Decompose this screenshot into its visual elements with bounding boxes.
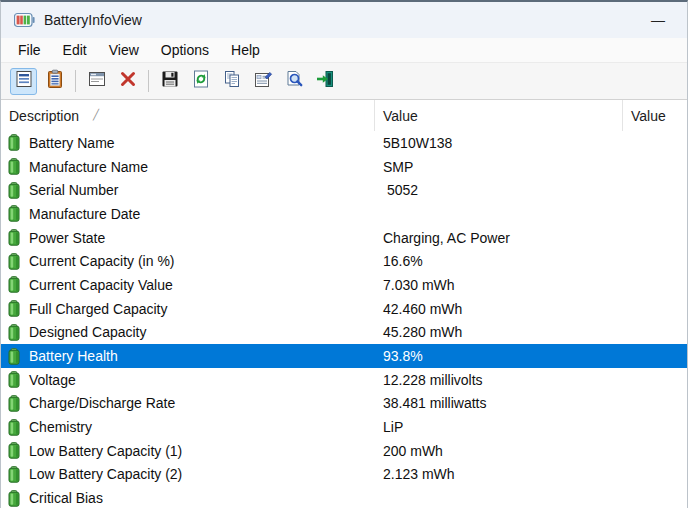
description-cell: Current Capacity (in %) — [1, 249, 375, 273]
table-row[interactable]: Battery Name 5B10W138 — [1, 131, 687, 155]
battery-row-icon — [8, 466, 20, 483]
menu-file[interactable]: File — [7, 40, 52, 61]
column-header-label: Description — [9, 108, 79, 124]
properties-window-icon — [87, 69, 107, 93]
value2-cell — [623, 155, 687, 179]
value-cell: 38.481 milliwatts — [375, 392, 623, 416]
value-cell: 5B10W138 — [375, 131, 623, 155]
battery-row-icon — [8, 253, 20, 270]
table-row[interactable]: Designed Capacity 45.280 mWh — [1, 321, 687, 345]
table-row[interactable]: Charge/Discharge Rate 38.481 milliwatts — [1, 392, 687, 416]
refresh-icon — [191, 69, 211, 93]
table-row[interactable]: Full Charged Capacity 42.460 mWh — [1, 297, 687, 321]
description-cell: Power State — [1, 226, 375, 250]
battery-row-icon — [8, 395, 20, 412]
refresh-button[interactable] — [187, 68, 214, 95]
save-button[interactable] — [156, 68, 183, 95]
exit-door-icon — [315, 69, 335, 93]
battery-row-icon — [8, 442, 20, 459]
column-header-description[interactable]: Description ╱ — [1, 100, 375, 131]
menu-bar: File Edit View Options Help — [1, 38, 687, 63]
description-cell: Chemistry — [1, 415, 375, 439]
row-description: Designed Capacity — [29, 324, 147, 340]
table-row[interactable]: Current Capacity (in %) 16.6% — [1, 249, 687, 273]
table-row[interactable]: Low Battery Capacity (2) 2.123 mWh — [1, 463, 687, 487]
row-value: 5B10W138 — [383, 135, 452, 151]
description-cell: Manufacture Date — [1, 202, 375, 226]
value-cell: 5052 — [375, 178, 623, 202]
menu-view[interactable]: View — [98, 40, 150, 61]
row-value: 5052 — [383, 182, 418, 198]
copy-button[interactable] — [218, 68, 245, 95]
battery-info-view-button[interactable] — [10, 68, 37, 95]
row-description: Manufacture Name — [29, 159, 148, 175]
table-row[interactable]: Battery Health 93.8% — [1, 344, 687, 368]
menu-help[interactable]: Help — [220, 40, 271, 61]
row-description: Low Battery Capacity (1) — [29, 443, 182, 459]
battery-row-icon — [8, 205, 20, 222]
row-description: Battery Name — [29, 135, 115, 151]
menu-options[interactable]: Options — [150, 40, 220, 61]
find-button[interactable] — [280, 68, 307, 95]
row-value: 12.228 millivolts — [383, 372, 483, 388]
delete-red-x-icon — [118, 69, 138, 93]
row-value: 45.280 mWh — [383, 324, 462, 340]
properties-button[interactable] — [249, 68, 276, 95]
value-cell: Charging, AC Power — [375, 226, 623, 250]
value-cell: 200 mWh — [375, 439, 623, 463]
value2-cell — [623, 344, 687, 368]
table-row[interactable]: Critical Bias — [1, 486, 687, 508]
value-cell: 7.030 mWh — [375, 273, 623, 297]
value-cell: 93.8% — [375, 344, 623, 368]
row-value: 2.123 mWh — [383, 466, 455, 482]
description-cell: Low Battery Capacity (2) — [1, 463, 375, 487]
value2-cell — [623, 439, 687, 463]
battery-row-icon — [8, 276, 20, 293]
value-cell: 45.280 mWh — [375, 321, 623, 345]
row-description: Chemistry — [29, 419, 92, 435]
battery-log-view-button[interactable] — [41, 68, 68, 95]
value2-cell — [623, 392, 687, 416]
value-cell: SMP — [375, 155, 623, 179]
value-cell: 42.460 mWh — [375, 297, 623, 321]
minimize-button[interactable]: — — [635, 2, 681, 38]
table-row[interactable]: Voltage 12.228 millivolts — [1, 368, 687, 392]
title-bar: BatteryInfoView — — [1, 2, 687, 38]
value-cell: LiP — [375, 415, 623, 439]
row-description: Critical Bias — [29, 490, 103, 506]
window-title: BatteryInfoView — [44, 12, 142, 28]
row-value: SMP — [383, 159, 413, 175]
description-cell: Full Charged Capacity — [1, 297, 375, 321]
column-header-value-2[interactable]: Value — [623, 100, 687, 131]
value2-cell — [623, 415, 687, 439]
table-row[interactable]: Low Battery Capacity (1) 200 mWh — [1, 439, 687, 463]
battery-row-icon — [8, 229, 20, 246]
description-cell: Current Capacity Value — [1, 273, 375, 297]
menu-edit[interactable]: Edit — [52, 40, 98, 61]
column-header-value[interactable]: Value — [375, 100, 623, 131]
table-row[interactable]: Manufacture Name SMP — [1, 155, 687, 179]
row-value: LiP — [383, 419, 403, 435]
description-cell: Designed Capacity — [1, 321, 375, 345]
table-row[interactable]: Manufacture Date — [1, 202, 687, 226]
value-cell: 12.228 millivolts — [375, 368, 623, 392]
value2-cell — [623, 178, 687, 202]
advanced-options-button[interactable] — [83, 68, 110, 95]
table-row[interactable]: Power State Charging, AC Power — [1, 226, 687, 250]
row-description: Serial Number — [29, 182, 118, 198]
description-cell: Voltage — [1, 368, 375, 392]
value2-cell — [623, 202, 687, 226]
delete-button[interactable] — [114, 68, 141, 95]
save-floppy-icon — [160, 69, 180, 93]
row-value: 42.460 mWh — [383, 301, 462, 317]
toolbar — [1, 63, 687, 100]
battery-row-icon — [8, 158, 20, 175]
battery-row-icon — [8, 371, 20, 388]
battery-info-list: Description ╱ Value Value Battery Name — [1, 100, 687, 508]
table-row[interactable]: Chemistry LiP — [1, 415, 687, 439]
exit-button[interactable] — [311, 68, 338, 95]
table-row[interactable]: Current Capacity Value 7.030 mWh — [1, 273, 687, 297]
value-cell: 2.123 mWh — [375, 463, 623, 487]
toolbar-separator — [75, 70, 76, 92]
table-row[interactable]: Serial Number 5052 — [1, 178, 687, 202]
